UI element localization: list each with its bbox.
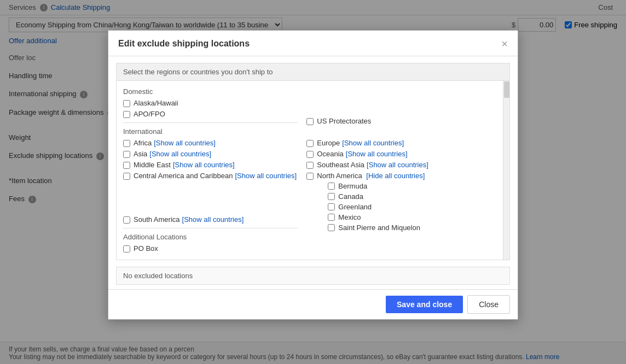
central-america-show-link[interactable]: [Show all countries] <box>235 172 297 180</box>
europe-show-link[interactable]: [Show all countries] <box>342 139 404 147</box>
north-america-checkbox[interactable] <box>306 173 314 180</box>
asia-row: Asia [Show all countries] <box>123 150 298 158</box>
canada-checkbox[interactable] <box>328 193 335 200</box>
modal-footer: Save and close Close <box>108 289 518 319</box>
spm-label: Saint Pierre and Miquelon <box>338 224 420 232</box>
africa-checkbox[interactable] <box>123 140 130 147</box>
bermuda-row: Bermuda <box>328 182 425 190</box>
additional-label: Additional Locations <box>123 233 298 241</box>
international-label: International <box>123 127 298 136</box>
apo-fpo-row: APO/FPO <box>123 110 298 118</box>
excluded-bar: No excluded locations <box>116 267 510 285</box>
canada-label: Canada <box>338 192 363 201</box>
mexico-row: Mexico <box>328 213 425 221</box>
greenland-row: Greenland <box>328 203 425 211</box>
regions-box: Select the regions or countries you don'… <box>116 63 510 260</box>
alaska-row: Alaska/Hawaii <box>123 99 298 107</box>
regions-header: Select the regions or countries you don'… <box>117 63 509 81</box>
modal-overlay: Edit exclude shipping locations × Select… <box>0 0 626 364</box>
modal-dialog: Edit exclude shipping locations × Select… <box>108 30 518 320</box>
divider-2 <box>123 228 298 228</box>
bermuda-label: Bermuda <box>338 182 367 190</box>
us-protectorates-row: US Protectorates <box>306 117 496 125</box>
africa-show-link[interactable]: [Show all countries] <box>154 139 216 147</box>
africa-label: Africa <box>134 139 152 147</box>
save-and-close-button[interactable]: Save and close <box>386 296 463 313</box>
regions-left: Domestic Alaska/Hawaii APO/FPO <box>123 85 302 255</box>
divider-1 <box>123 122 298 123</box>
north-america-row: North America [Hide all countries] Bermu… <box>306 172 496 234</box>
europe-checkbox[interactable] <box>306 140 314 147</box>
middle-east-label: Middle East <box>134 161 171 169</box>
us-protectorates-checkbox[interactable] <box>306 118 314 125</box>
south-america-show-link[interactable]: [Show all countries] <box>182 215 244 224</box>
canada-row: Canada <box>328 192 425 201</box>
europe-row: Europe [Show all countries] <box>306 139 496 147</box>
po-box-checkbox[interactable] <box>123 245 130 253</box>
oceania-checkbox[interactable] <box>306 151 314 158</box>
middle-east-row: Middle East [Show all countries] <box>123 161 298 169</box>
spm-checkbox[interactable] <box>328 224 335 231</box>
scrollbar-thumb[interactable] <box>504 81 509 98</box>
south-america-checkbox[interactable] <box>123 216 130 224</box>
middle-east-checkbox[interactable] <box>123 162 130 169</box>
north-america-countries: Bermuda Canada Greenland <box>328 182 425 232</box>
south-america-label: South America <box>134 215 180 224</box>
domestic-label: Domestic <box>123 87 298 96</box>
po-box-label: PO Box <box>134 244 158 253</box>
greenland-checkbox[interactable] <box>328 203 335 210</box>
north-america-hide-link[interactable]: [Hide all countries] <box>366 172 425 180</box>
regions-right: US Protectorates Europe [Show all countr… <box>302 85 496 255</box>
oceania-label: Oceania <box>317 150 343 158</box>
po-box-row: PO Box <box>123 244 298 253</box>
asia-checkbox[interactable] <box>123 151 130 158</box>
modal-body: Select the regions or countries you don'… <box>108 56 518 289</box>
modal-title: Edit exclude shipping locations <box>118 39 250 49</box>
oceania-row: Oceania [Show all countries] <box>306 150 496 158</box>
southeast-asia-row: Southeast Asia [Show all countries] <box>306 161 496 169</box>
spm-row: Saint Pierre and Miquelon <box>328 224 425 232</box>
bermuda-checkbox[interactable] <box>328 183 335 190</box>
oceania-show-link[interactable]: [Show all countries] <box>346 150 408 158</box>
alaska-checkbox[interactable] <box>123 100 130 107</box>
north-america-content: North America [Hide all countries] Bermu… <box>317 172 425 234</box>
asia-show-link[interactable]: [Show all countries] <box>149 150 211 158</box>
central-america-row: Central America and Caribbean [Show all … <box>123 172 298 180</box>
europe-label: Europe <box>317 139 340 147</box>
alaska-label: Alaska/Hawaii <box>134 99 178 107</box>
scrollbar-track[interactable] <box>503 81 509 260</box>
close-modal-button[interactable]: Close <box>467 295 510 314</box>
middle-east-show-link[interactable]: [Show all countries] <box>173 161 235 169</box>
apo-fpo-checkbox[interactable] <box>123 111 130 118</box>
central-america-checkbox[interactable] <box>123 173 130 180</box>
mexico-label: Mexico <box>338 213 361 221</box>
greenland-label: Greenland <box>338 203 372 211</box>
modal-header: Edit exclude shipping locations × <box>108 31 518 56</box>
southeast-asia-checkbox[interactable] <box>306 162 314 169</box>
southeast-asia-label: Southeast Asia <box>317 161 364 169</box>
modal-close-button[interactable]: × <box>501 38 508 49</box>
africa-row: Africa [Show all countries] <box>123 139 298 147</box>
north-america-label: North America <box>317 172 362 180</box>
south-america-row: South America [Show all countries] <box>123 215 298 224</box>
mexico-checkbox[interactable] <box>328 214 335 221</box>
apo-fpo-label: APO/FPO <box>134 110 165 118</box>
us-protectorates-label: US Protectorates <box>317 117 371 125</box>
southeast-asia-show-link[interactable]: [Show all countries] <box>367 161 428 169</box>
asia-label: Asia <box>134 150 147 158</box>
central-america-label: Central America and Caribbean <box>134 172 233 180</box>
regions-content: Domestic Alaska/Hawaii APO/FPO <box>117 81 503 260</box>
